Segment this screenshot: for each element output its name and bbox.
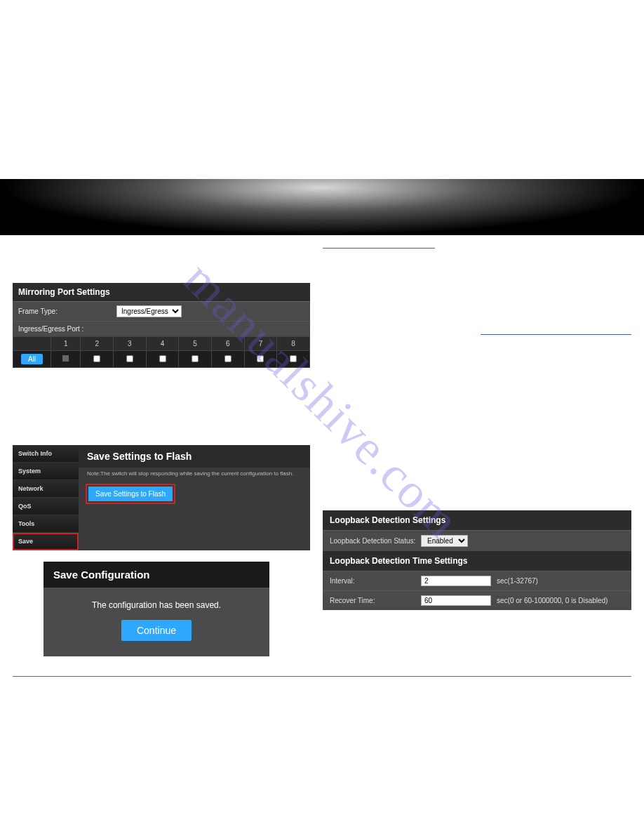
all-button[interactable]: All — [21, 354, 43, 364]
port-col: 4 — [146, 337, 179, 351]
loopback-status-label: Loopback Detection Status: — [330, 537, 421, 545]
subheading-underline — [481, 334, 631, 335]
recover-input[interactable] — [421, 595, 491, 606]
port-col: 3 — [114, 337, 147, 351]
save-conf-message: The configuration has been saved. — [53, 600, 260, 610]
port-checkbox[interactable] — [257, 355, 264, 362]
port-checkbox[interactable] — [224, 355, 232, 362]
port-col: 5 — [179, 337, 212, 351]
continue-button[interactable]: Continue — [121, 620, 192, 641]
port-col: 1 — [51, 337, 81, 351]
sidebar-item-system[interactable]: System — [13, 463, 79, 480]
port-checkbox[interactable] — [93, 355, 100, 362]
mirroring-title: Mirroring Port Settings — [13, 283, 310, 301]
section-divider — [13, 676, 631, 677]
save-flash-note: Note:The switch will stop responding whi… — [79, 468, 310, 482]
frame-type-select[interactable]: Ingress/Egress — [116, 305, 182, 317]
sidebar-item-network[interactable]: Network — [13, 480, 79, 498]
sidebar-item-qos[interactable]: QoS — [13, 498, 79, 515]
frame-type-label: Frame Type: — [18, 307, 116, 315]
sidebar-item-switch-info[interactable]: Switch Info — [13, 445, 79, 463]
header-banner — [0, 179, 644, 235]
save-flash-button[interactable]: Save Settings to Flash — [88, 486, 173, 501]
sidebar-item-tools[interactable]: Tools — [13, 515, 79, 533]
port-checkbox[interactable] — [192, 355, 199, 362]
interval-input[interactable] — [421, 576, 491, 586]
interval-hint: sec(1-32767) — [497, 577, 538, 585]
port-checkbox[interactable] — [159, 355, 166, 362]
port-col: 6 — [211, 337, 244, 351]
port-checkbox[interactable] — [62, 355, 69, 362]
sidebar-item-save[interactable]: Save — [13, 533, 79, 550]
side-nav: Switch Info System Network QoS Tools Sav… — [13, 445, 79, 550]
save-flash-title: Save Settings to Flash — [79, 445, 310, 468]
heading-underline — [323, 248, 435, 249]
port-checkbox[interactable] — [126, 355, 133, 362]
port-col: 7 — [244, 337, 277, 351]
save-conf-title: Save Configuration — [43, 562, 269, 588]
save-settings-panel: Switch Info System Network QoS Tools Sav… — [13, 445, 310, 550]
recover-label: Recover Time: — [330, 597, 421, 604]
loopback-title: Loopback Detection Settings — [323, 510, 631, 530]
ingress-egress-label: Ingress/Egress Port : — [18, 325, 83, 333]
port-col: 2 — [81, 337, 114, 351]
recover-hint: sec(0 or 60-1000000, 0 is Disabled) — [497, 597, 608, 604]
loopback-time-title: Loopback Detection Time Settings — [323, 551, 631, 571]
port-checkbox[interactable] — [290, 355, 297, 362]
save-confirmation-dialog: Save Configuration The configuration has… — [43, 562, 269, 656]
port-col: 8 — [277, 337, 310, 351]
loopback-panel: Loopback Detection Settings Loopback Det… — [323, 510, 631, 610]
port-table: 1 2 3 4 5 6 7 8 All — [13, 336, 310, 368]
loopback-status-select[interactable]: Enabled — [421, 535, 468, 547]
interval-label: Interval: — [330, 577, 421, 585]
mirroring-panel: Mirroring Port Settings Frame Type: Ingr… — [13, 283, 310, 368]
